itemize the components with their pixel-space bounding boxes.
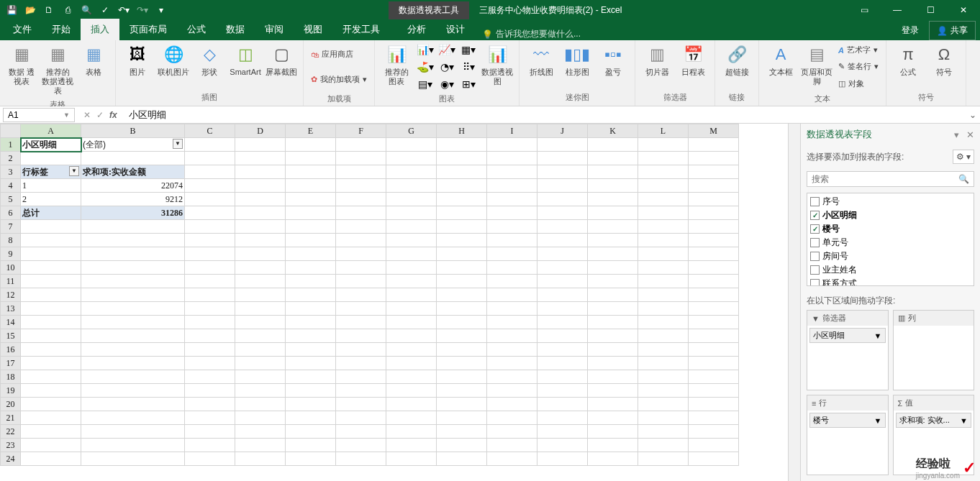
row-header[interactable]: 19 bbox=[1, 384, 21, 398]
field-checkbox[interactable] bbox=[810, 279, 820, 286]
field-checkbox[interactable] bbox=[810, 211, 820, 220]
cell-b5[interactable]: 9212 bbox=[81, 193, 185, 206]
cell-a5[interactable]: 2 bbox=[21, 193, 81, 206]
col-header[interactable]: H bbox=[437, 124, 487, 138]
row-header[interactable]: 16 bbox=[1, 343, 21, 357]
field-list[interactable]: 序号 小区明细 楼号 单元号 房间号 业主姓名 联系方式 面积 收费期间起始日 bbox=[807, 193, 974, 286]
cell-a4[interactable]: 1 bbox=[21, 179, 81, 193]
filter-area[interactable]: ▼筛选器 小区明细▼ bbox=[807, 310, 889, 390]
col-header[interactable]: I bbox=[487, 124, 537, 138]
row-header[interactable]: 4 bbox=[1, 179, 21, 193]
col-header[interactable]: K bbox=[588, 124, 638, 138]
row-header[interactable]: 21 bbox=[1, 411, 21, 425]
sparkline-winloss-button[interactable]: ▪▫▪盈亏 bbox=[596, 42, 630, 78]
area-field-item[interactable]: 求和项: 实收...▼ bbox=[896, 413, 972, 428]
tab-analyze[interactable]: 分析 bbox=[397, 19, 436, 40]
new-icon[interactable]: 🗋 bbox=[40, 1, 58, 19]
share-button[interactable]: 👤 共享 bbox=[929, 21, 976, 40]
pivot-table-button[interactable]: ▦数据 透视表 bbox=[4, 42, 39, 88]
recommended-charts-button[interactable]: 📊推荐的 图表 bbox=[379, 42, 414, 88]
enter-icon[interactable]: ✓ bbox=[96, 110, 104, 120]
slicer-button[interactable]: ▥切片器 bbox=[640, 42, 674, 78]
tab-design[interactable]: 设计 bbox=[436, 19, 475, 40]
row-header[interactable]: 17 bbox=[1, 357, 21, 370]
close-icon[interactable]: ✕ bbox=[947, 0, 980, 20]
col-header[interactable]: L bbox=[638, 124, 689, 138]
field-checkbox[interactable] bbox=[810, 252, 820, 261]
equation-button[interactable]: π公式 bbox=[891, 42, 925, 78]
chart-column-icon[interactable]: 📊▾ bbox=[415, 42, 435, 58]
search-icon[interactable]: 🔍 bbox=[954, 174, 974, 184]
vertical-scrollbar[interactable] bbox=[788, 124, 800, 481]
cell-a1[interactable]: 小区明细 bbox=[21, 138, 81, 152]
area-field-item[interactable]: 小区明细▼ bbox=[809, 328, 886, 343]
sparkline-line-button[interactable]: 〰折线图 bbox=[524, 42, 558, 78]
row-header[interactable]: 12 bbox=[1, 288, 21, 302]
online-picture-button[interactable]: 🌐联机图片 bbox=[156, 42, 191, 78]
save-icon[interactable]: 💾 bbox=[3, 1, 20, 19]
tab-file[interactable]: 文件 bbox=[3, 19, 42, 40]
cell-a6[interactable]: 总计 bbox=[21, 206, 81, 220]
chart-surface-icon[interactable]: ◉▾ bbox=[437, 76, 457, 92]
field-label[interactable]: 序号 bbox=[822, 196, 840, 208]
rowlabel-dropdown-icon[interactable]: ▼ bbox=[69, 166, 79, 176]
chart-stat-icon[interactable]: ⛳▾ bbox=[415, 59, 435, 75]
chart-hier-icon[interactable]: ▦▾ bbox=[458, 42, 478, 58]
table-button[interactable]: ▦表格 bbox=[76, 42, 111, 78]
tab-home[interactable]: 开始 bbox=[42, 19, 81, 40]
field-search[interactable]: 🔍 bbox=[807, 171, 974, 187]
field-label[interactable]: 单元号 bbox=[822, 237, 848, 249]
cancel-icon[interactable]: ✕ bbox=[83, 110, 91, 120]
row-header[interactable]: 14 bbox=[1, 316, 21, 329]
tab-dev[interactable]: 开发工具 bbox=[332, 19, 390, 40]
picture-button[interactable]: 🖼图片 bbox=[120, 42, 155, 78]
chart-line-icon[interactable]: 📈▾ bbox=[437, 42, 457, 58]
rows-area[interactable]: ≡行 楼号▼ bbox=[807, 395, 889, 475]
row-header[interactable]: 1 bbox=[1, 138, 21, 152]
field-checkbox[interactable] bbox=[810, 224, 820, 234]
chart-scatter-icon[interactable]: ⠿▾ bbox=[458, 59, 478, 75]
undo-icon[interactable]: ↶▾ bbox=[115, 1, 132, 19]
col-header[interactable]: J bbox=[537, 124, 588, 138]
row-header[interactable]: 5 bbox=[1, 193, 21, 206]
spell-icon[interactable]: ✓ bbox=[96, 1, 114, 19]
login-link[interactable]: 登录 bbox=[896, 22, 925, 40]
row-header[interactable]: 18 bbox=[1, 370, 21, 384]
cell-a3[interactable]: 行标签▼ bbox=[21, 165, 81, 179]
row-header[interactable]: 24 bbox=[1, 452, 21, 466]
qat-customize-icon[interactable]: ▾ bbox=[153, 1, 170, 19]
chart-gallery[interactable]: 📊▾ 📈▾ ▦▾ ⛳▾ ◔▾ ⠿▾ ▤▾ ◉▾ ⊞▾ bbox=[415, 42, 478, 92]
row-header[interactable]: 15 bbox=[1, 329, 21, 343]
pane-settings-button[interactable]: ⚙ ▾ bbox=[953, 150, 974, 164]
row-header[interactable]: 7 bbox=[1, 220, 21, 234]
field-checkbox[interactable] bbox=[810, 197, 820, 206]
pane-dropdown-icon[interactable]: ▾ bbox=[954, 129, 959, 140]
store-button[interactable]: 🛍应用商店 bbox=[308, 47, 370, 61]
signature-button[interactable]: ✎签名行▾ bbox=[835, 60, 881, 73]
tab-view[interactable]: 视图 bbox=[294, 19, 332, 40]
cell-b3[interactable]: 求和项:实收金额 bbox=[81, 165, 185, 179]
recommended-pivot-button[interactable]: ▦推荐的 数据透视表 bbox=[40, 42, 75, 98]
name-box-dropdown-icon[interactable]: ▼ bbox=[63, 111, 70, 119]
row-header[interactable]: 9 bbox=[1, 247, 21, 261]
row-header[interactable]: 22 bbox=[1, 425, 21, 439]
tab-layout[interactable]: 页面布局 bbox=[119, 19, 177, 40]
cell-b1[interactable]: (全部)▼ bbox=[81, 138, 185, 152]
row-header[interactable]: 6 bbox=[1, 206, 21, 220]
tab-formula[interactable]: 公式 bbox=[177, 19, 216, 40]
tab-insert[interactable]: 插入 bbox=[81, 19, 119, 40]
select-all-corner[interactable] bbox=[1, 124, 21, 138]
row-header[interactable]: 10 bbox=[1, 261, 21, 275]
field-checkbox[interactable] bbox=[810, 238, 820, 247]
row-header[interactable]: 8 bbox=[1, 234, 21, 247]
name-box[interactable]: A1 ▼ bbox=[3, 108, 75, 122]
row-header[interactable]: 13 bbox=[1, 302, 21, 316]
col-header[interactable]: G bbox=[386, 124, 437, 138]
row-header[interactable]: 2 bbox=[1, 152, 21, 165]
field-label[interactable]: 房间号 bbox=[822, 250, 848, 262]
field-label[interactable]: 楼号 bbox=[822, 223, 840, 235]
header-footer-button[interactable]: ▤页眉和页脚 bbox=[799, 42, 834, 88]
row-header[interactable]: 11 bbox=[1, 275, 21, 288]
row-header[interactable]: 3 bbox=[1, 165, 21, 179]
open-icon[interactable]: 📂 bbox=[22, 1, 39, 19]
